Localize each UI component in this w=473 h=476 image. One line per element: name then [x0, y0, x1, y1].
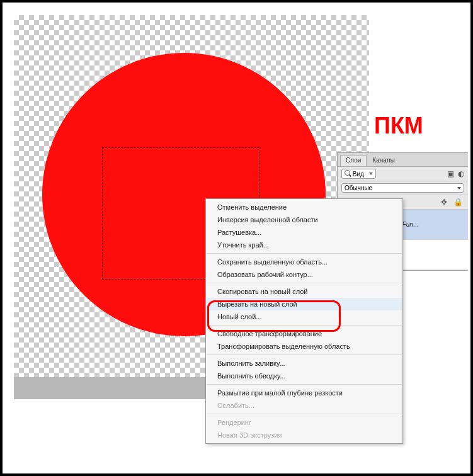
- tab-channels[interactable]: Каналы: [367, 155, 401, 166]
- tab-layers[interactable]: Слои: [340, 155, 367, 166]
- menu-item-16[interactable]: Выполнить обводку...: [206, 370, 402, 382]
- menu-item-10[interactable]: Новый слой...: [206, 310, 402, 323]
- menu-item-9[interactable]: Вырезать на новый слой: [206, 298, 402, 310]
- menu-item-18[interactable]: Размытие при малой глубине резкости: [206, 387, 402, 399]
- menu-separator: [207, 384, 402, 385]
- menu-separator: [207, 325, 402, 326]
- panel-filter-row: Вид ▣ ◐: [338, 167, 468, 181]
- menu-item-13[interactable]: Трансформировать выделенную область: [206, 340, 402, 353]
- panel-tabs: Слои Каналы: [338, 153, 468, 167]
- blend-mode-label: Обычные: [345, 184, 372, 191]
- menu-item-12[interactable]: Свободное трансформирование: [206, 327, 402, 340]
- menu-item-6[interactable]: Образовать рабочий контур...: [206, 268, 402, 281]
- menu-item-2[interactable]: Растушевка...: [206, 226, 402, 239]
- menu-item-22: Новая 3D-экструзия: [206, 429, 402, 441]
- menu-separator: [207, 253, 402, 254]
- menu-item-8[interactable]: Скопировать на новый слой: [206, 285, 402, 298]
- panel-mode-row: Обычные: [338, 181, 468, 195]
- filter-dropdown[interactable]: Вид: [341, 169, 376, 179]
- menu-separator: [207, 414, 402, 414]
- search-icon: [345, 170, 351, 176]
- menu-separator: [207, 354, 402, 355]
- menu-item-1[interactable]: Инверсия выделенной области: [206, 213, 402, 226]
- app-frame: ПКМ Слои Каналы Вид ▣ ◐ Обычные ✥ 🔒: [3, 3, 470, 473]
- fullscreen-icon[interactable]: ▣: [447, 169, 454, 178]
- context-menu: Отменить выделениеИнверсия выделенной об…: [205, 198, 403, 444]
- filter-label: Вид: [353, 171, 364, 178]
- menu-item-0[interactable]: Отменить выделение: [206, 201, 402, 213]
- lock-icon[interactable]: 🔒: [453, 198, 463, 207]
- menu-item-15[interactable]: Выполнить заливку...: [206, 357, 402, 370]
- menu-item-5[interactable]: Сохранить выделенную область...: [206, 256, 402, 268]
- move-icon[interactable]: ✥: [441, 198, 447, 207]
- menu-item-3[interactable]: Уточнить край...: [206, 239, 402, 251]
- annotation-pkm: ПКМ: [374, 113, 423, 139]
- adjustments-icon[interactable]: ◐: [458, 169, 464, 178]
- menu-separator: [207, 283, 402, 283]
- menu-item-21: Рендеринг: [206, 416, 402, 429]
- watermark: user-life.com: [416, 462, 467, 472]
- blend-mode-dropdown[interactable]: Обычные: [341, 183, 464, 193]
- menu-item-19: Ослабить...: [206, 399, 402, 412]
